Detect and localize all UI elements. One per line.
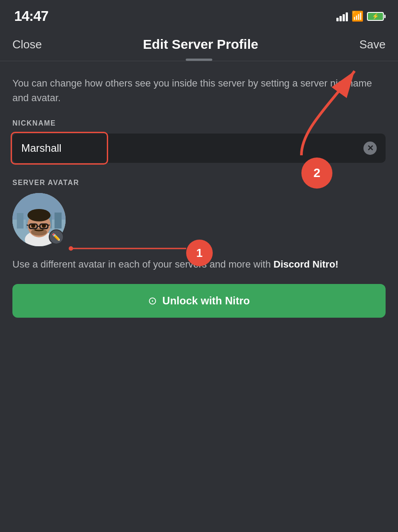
avatar-wrapper: ✏️ (12, 193, 66, 246)
page-title: Edit Server Profile (143, 37, 258, 52)
svg-line-15 (48, 225, 50, 225)
save-button[interactable]: Save (359, 38, 386, 51)
status-icons: 📶 ⚡ (336, 11, 384, 22)
svg-rect-6 (55, 213, 62, 229)
status-bar: 14:47 📶 ⚡ (0, 0, 398, 30)
nickname-input[interactable] (21, 142, 363, 154)
signal-icon (336, 12, 348, 21)
wifi-icon: 📶 (351, 11, 363, 22)
header: Close Edit Server Profile Save (0, 30, 398, 61)
status-time: 14:47 (14, 8, 48, 24)
close-button[interactable]: Close (12, 38, 42, 51)
svg-line-14 (27, 225, 28, 225)
svg-point-10 (27, 209, 51, 221)
battery-icon: ⚡ (367, 12, 384, 21)
avatar-edit-button[interactable]: ✏️ (49, 229, 64, 244)
nickname-input-container: ✕ (12, 134, 386, 163)
description-text: You can change how others see you inside… (12, 76, 386, 105)
avatar-section-label: SERVER AVATAR (12, 179, 386, 187)
drag-indicator (186, 59, 212, 61)
clear-nickname-button[interactable]: ✕ (363, 142, 377, 155)
svg-point-17 (42, 224, 46, 228)
svg-rect-2 (17, 213, 23, 229)
svg-point-18 (31, 229, 47, 236)
pencil-icon: ✏️ (52, 233, 61, 241)
nitro-button[interactable]: ⊙ Unlock with Nitro (12, 284, 386, 318)
nitro-button-label: Unlock with Nitro (162, 295, 250, 307)
nitro-icon: ⊙ (148, 295, 157, 307)
avatar-description: Use a different avatar in each of your s… (12, 257, 386, 272)
content: You can change how others see you inside… (0, 63, 398, 343)
svg-point-16 (31, 224, 35, 228)
nickname-section-label: NICKNAME (12, 119, 386, 127)
avatar-section: SERVER AVATAR (12, 179, 386, 318)
